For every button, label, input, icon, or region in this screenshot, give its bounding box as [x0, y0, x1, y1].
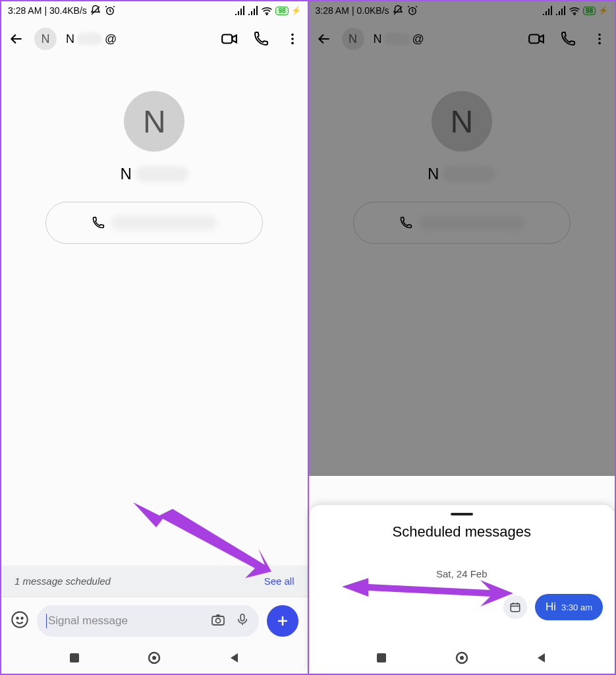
scheduled-banner[interactable]: 1 message scheduled See all: [1, 566, 308, 597]
phone-number-button[interactable]: [45, 202, 263, 244]
status-bar: 3:28 AM | 0.0KB/s 98 ⚡: [309, 1, 615, 20]
sheet-date: Sat, 24 Feb: [321, 568, 603, 579]
more-menu-button[interactable]: [591, 30, 608, 47]
profile-name-initial: N: [121, 165, 132, 183]
phone-number-blur: [111, 216, 217, 230]
voice-call-button[interactable]: [252, 30, 269, 47]
svg-point-22: [598, 38, 601, 40]
recents-button[interactable]: [376, 652, 387, 666]
header-contact-name[interactable]: N @: [66, 32, 117, 46]
svg-rect-12: [240, 614, 244, 621]
svg-rect-20: [529, 35, 539, 44]
header-avatar[interactable]: N: [342, 28, 364, 50]
svg-point-5: [291, 38, 294, 40]
svg-point-23: [598, 42, 601, 45]
svg-point-21: [598, 34, 601, 36]
scheduled-message-text: Hi: [546, 601, 556, 614]
back-button[interactable]: [316, 30, 333, 47]
phone-icon: [92, 216, 105, 229]
svg-rect-10: [212, 616, 224, 625]
back-button[interactable]: [8, 30, 25, 47]
signal-icon: [235, 6, 245, 15]
phone-number-button[interactable]: [353, 202, 571, 244]
mic-button[interactable]: [235, 612, 250, 630]
scheduled-banner-text: 1 message scheduled: [14, 575, 111, 587]
profile-avatar[interactable]: N: [432, 91, 492, 152]
profile-name-blur: [136, 166, 188, 182]
profile-avatar[interactable]: N: [124, 91, 184, 152]
header-name-blur: [77, 33, 102, 45]
android-nav-bar: [309, 645, 615, 674]
sheet-handle[interactable]: [451, 513, 473, 515]
header-avatar[interactable]: N: [34, 28, 57, 50]
profile-name: N: [121, 165, 188, 183]
alarm-icon: [406, 5, 418, 16]
nav-back-button[interactable]: [229, 652, 240, 666]
mute-icon: [392, 5, 404, 16]
video-call-button[interactable]: [221, 30, 238, 47]
phone-icon: [399, 216, 412, 229]
signal-icon-2: [248, 6, 258, 15]
header-at-glyph: @: [412, 32, 424, 46]
android-nav-bar: [1, 645, 308, 674]
svg-point-11: [215, 618, 220, 623]
header-contact-name[interactable]: N @: [374, 32, 424, 46]
header-name-initial: N: [374, 32, 382, 46]
header-name-blur: [385, 33, 410, 45]
see-all-link[interactable]: See all: [264, 575, 294, 587]
status-divider: |: [44, 5, 47, 16]
status-time: 3:28 AM: [316, 5, 349, 16]
compose-input[interactable]: Signal message: [46, 614, 201, 628]
svg-point-27: [460, 656, 464, 660]
svg-point-7: [12, 612, 27, 627]
calendar-badge[interactable]: [503, 595, 527, 619]
battery-indicator: 98: [275, 7, 288, 15]
signal-icon-2: [555, 6, 566, 15]
alarm-icon: [104, 5, 116, 16]
status-speed: 30.4KB/s: [49, 5, 87, 16]
add-button[interactable]: [267, 605, 298, 637]
chat-header: N N @: [309, 20, 615, 58]
status-divider: |: [352, 5, 354, 16]
camera-button[interactable]: [210, 612, 226, 630]
compose-bar: Signal message: [1, 597, 308, 645]
scheduled-message-time: 3:30 am: [561, 602, 592, 612]
calendar-icon: [509, 601, 521, 613]
status-speed: 0.0KB/s: [357, 5, 389, 16]
mute-icon: [90, 5, 101, 16]
compose-field[interactable]: Signal message: [37, 605, 259, 637]
svg-point-8: [16, 618, 18, 619]
wifi-icon: [261, 6, 273, 15]
svg-rect-3: [222, 35, 232, 44]
header-at-glyph: @: [105, 32, 117, 46]
battery-indicator: 98: [583, 7, 596, 15]
profile-name: N: [428, 165, 495, 183]
nav-back-button[interactable]: [536, 652, 547, 666]
scheduled-message-bubble[interactable]: Hi 3:30 am: [535, 594, 603, 620]
svg-point-4: [291, 34, 294, 36]
svg-point-2: [267, 14, 268, 15]
emoji-button[interactable]: [11, 610, 29, 631]
profile-name-initial: N: [428, 165, 439, 183]
recents-button[interactable]: [69, 652, 80, 666]
voice-call-button[interactable]: [559, 30, 576, 47]
svg-rect-25: [377, 653, 386, 662]
home-button[interactable]: [147, 651, 161, 668]
phone-right: 3:28 AM | 0.0KB/s 98 ⚡: [308, 0, 617, 675]
svg-point-9: [21, 618, 22, 619]
header-name-initial: N: [66, 32, 74, 46]
svg-rect-13: [70, 653, 79, 662]
phone-number-blur: [419, 216, 524, 230]
charging-icon: ⚡: [598, 6, 608, 15]
sheet-title: Scheduled messages: [321, 523, 603, 541]
status-time: 3:28 AM: [8, 5, 42, 16]
svg-point-6: [291, 42, 294, 45]
more-menu-button[interactable]: [284, 30, 301, 47]
phone-left: 3:28 AM | 30.4KB/s 98 ⚡: [0, 0, 308, 675]
video-call-button[interactable]: [528, 30, 545, 47]
status-bar: 3:28 AM | 30.4KB/s 98 ⚡: [1, 1, 308, 20]
svg-point-19: [574, 14, 575, 15]
svg-rect-24: [511, 604, 520, 612]
svg-point-15: [152, 656, 156, 660]
home-button[interactable]: [455, 651, 469, 668]
